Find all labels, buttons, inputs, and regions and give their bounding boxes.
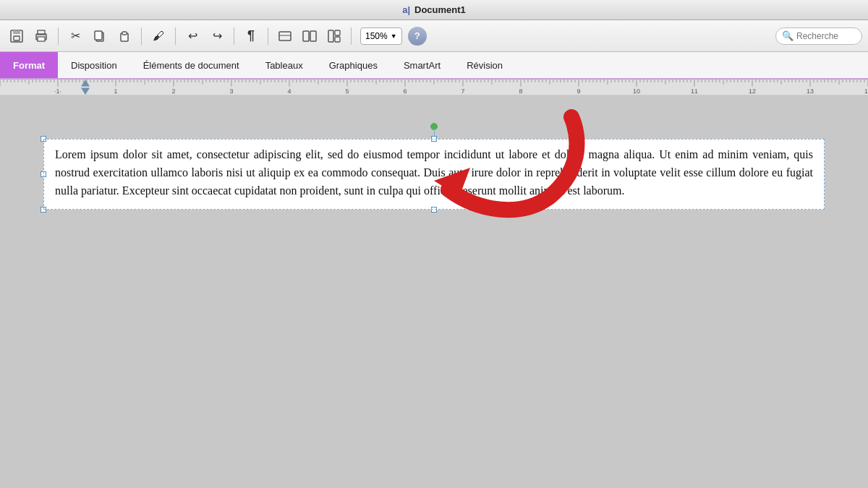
handle-top-center[interactable] <box>431 136 437 142</box>
redo-button[interactable]: ↪ <box>206 25 228 47</box>
undo-button[interactable]: ↩ <box>182 25 203 47</box>
document-area: Lorem ipsum dolor sit amet, consectetur … <box>0 95 868 488</box>
save-button[interactable] <box>6 25 27 47</box>
svg-rect-13 <box>310 31 316 41</box>
zoom-control[interactable]: 150% ▼ <box>360 27 402 45</box>
ribbon: Format Disposition Éléments de document … <box>0 52 868 80</box>
separator-4 <box>234 27 234 45</box>
svg-rect-7 <box>95 31 102 40</box>
search-icon: 🔍 <box>782 30 793 41</box>
handle-bottom-center[interactable] <box>431 207 437 213</box>
cut-button[interactable]: ✂ <box>64 25 86 47</box>
view-button-1[interactable] <box>274 25 296 47</box>
text-box[interactable]: Lorem ipsum dolor sit amet, consectetur … <box>43 139 825 210</box>
svg-rect-1 <box>13 30 20 34</box>
ruler <box>0 80 868 95</box>
separator-1 <box>58 27 59 45</box>
view-button-2[interactable] <box>299 25 320 47</box>
handle-bottom-left[interactable] <box>41 207 46 213</box>
handle-rotate[interactable] <box>430 123 438 130</box>
tab-tableaux[interactable]: Tableaux <box>252 52 316 78</box>
svg-rect-16 <box>335 37 340 42</box>
paste-button[interactable] <box>114 25 135 47</box>
svg-rect-15 <box>335 30 340 35</box>
tab-revision[interactable]: Révision <box>454 52 516 78</box>
zoom-dropdown-icon[interactable]: ▼ <box>391 33 397 40</box>
tab-smartart[interactable]: SmartArt <box>391 52 454 78</box>
title-bar: a| Document1 <box>0 0 868 20</box>
zoom-value: 150% <box>365 31 388 41</box>
help-button[interactable]: ? <box>408 27 427 46</box>
svg-rect-12 <box>303 31 309 41</box>
tab-elements[interactable]: Éléments de document <box>130 52 252 78</box>
svg-rect-14 <box>328 30 333 42</box>
search-box[interactable]: 🔍 <box>775 27 862 45</box>
ruler-canvas <box>0 80 868 95</box>
tab-disposition[interactable]: Disposition <box>58 52 130 78</box>
svg-rect-5 <box>38 37 45 41</box>
tab-format[interactable]: Format <box>0 52 58 78</box>
separator-2 <box>141 27 142 45</box>
handle-left-center[interactable] <box>41 171 46 177</box>
view-button-3[interactable] <box>323 25 345 47</box>
print-button[interactable] <box>30 25 52 47</box>
search-input[interactable] <box>796 31 854 41</box>
separator-5 <box>268 27 268 45</box>
svg-rect-9 <box>122 32 127 35</box>
toolbar: ✂ 🖌 ↩ ↪ ¶ 150% ▼ ? 🔍 <box>0 20 868 52</box>
separator-6 <box>351 27 352 45</box>
document-icon: a| <box>402 4 410 15</box>
paragraph-marks-button[interactable]: ¶ <box>240 25 262 47</box>
svg-rect-2 <box>14 36 20 40</box>
separator-3 <box>175 27 176 45</box>
document-text[interactable]: Lorem ipsum dolor sit amet, consectetur … <box>43 139 825 210</box>
handle-top-left[interactable] <box>41 136 46 142</box>
document-title: Document1 <box>414 4 466 15</box>
help-icon: ? <box>414 30 420 41</box>
copy-button[interactable] <box>89 25 111 47</box>
svg-rect-10 <box>279 32 291 40</box>
format-painter-button[interactable]: 🖌 <box>148 25 169 47</box>
tab-graphiques[interactable]: Graphiques <box>316 52 391 78</box>
